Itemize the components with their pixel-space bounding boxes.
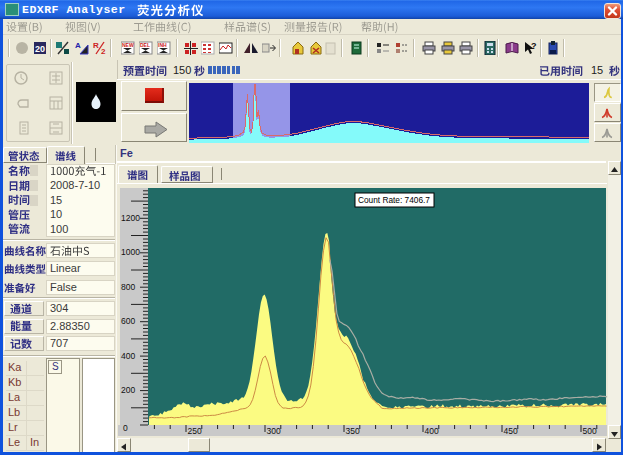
svg-text:600: 600 [121, 316, 135, 326]
svg-text:500: 500 [583, 426, 597, 436]
svg-text:300: 300 [267, 426, 281, 436]
svg-text:0: 0 [123, 423, 128, 433]
svg-text:350: 350 [346, 426, 360, 436]
svg-text:Count Rate: 7406.7: Count Rate: 7406.7 [358, 195, 430, 205]
svg-text:450: 450 [504, 426, 518, 436]
svg-text:400: 400 [425, 426, 439, 436]
svg-text:1200: 1200 [121, 213, 140, 223]
svg-text:250: 250 [188, 426, 202, 436]
svg-text:200: 200 [121, 385, 135, 395]
svg-text:800: 800 [121, 282, 135, 292]
svg-text:1000: 1000 [121, 247, 140, 257]
svg-text:400: 400 [121, 351, 135, 361]
